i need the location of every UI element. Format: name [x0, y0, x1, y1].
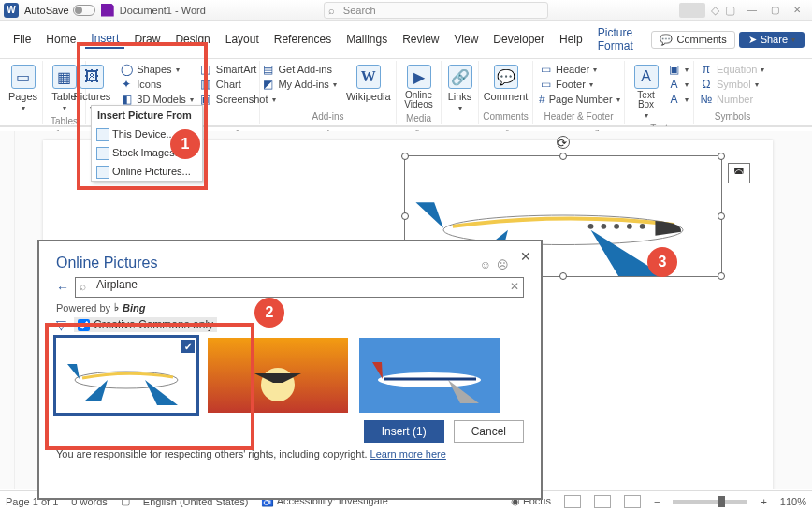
links-button[interactable]: 🔗Links▾: [444, 63, 476, 114]
search-input[interactable]: Search: [324, 2, 548, 19]
comment-icon: 💬: [494, 65, 518, 89]
smile-icon[interactable]: ☺: [480, 258, 491, 271]
tab-file[interactable]: File: [7, 31, 36, 48]
dialog-title: Online Pictures: [43, 245, 537, 275]
result-thumbnail-3[interactable]: [359, 338, 500, 413]
filter-icon[interactable]: ▽: [56, 317, 66, 332]
resize-handle[interactable]: [559, 153, 567, 160]
tab-layout[interactable]: Layout: [220, 31, 265, 48]
online-videos-button[interactable]: ▶Online Videos: [400, 63, 436, 111]
zoom-level[interactable]: 110%: [780, 496, 806, 507]
equation-button[interactable]: πEquation▾: [700, 63, 765, 76]
resize-handle[interactable]: [559, 272, 567, 280]
get-addins-button[interactable]: ▤Get Add-ins: [261, 63, 336, 76]
dialog-close-button[interactable]: ✕: [520, 249, 531, 264]
resize-handle[interactable]: [718, 272, 725, 280]
cloud-icon[interactable]: ▢: [725, 4, 735, 17]
creative-commons-checkbox[interactable]: Creative Commons only: [74, 317, 217, 332]
tab-review[interactable]: Review: [397, 31, 444, 48]
document-title: Document1 - Word: [120, 5, 206, 16]
shapes-button[interactable]: ◯Shapes▾: [120, 63, 194, 76]
dialog-search-input[interactable]: ⌕ Airplane ✕: [75, 277, 524, 298]
textbox-icon: A: [634, 65, 659, 89]
user-avatar[interactable]: [679, 3, 705, 18]
dialog-feedback[interactable]: ☺☹: [480, 258, 509, 271]
tab-references[interactable]: References: [268, 31, 337, 48]
vertical-ruler[interactable]: [0, 131, 15, 489]
view-web-icon[interactable]: [624, 495, 641, 508]
wordart-button[interactable]: A▾: [668, 78, 689, 91]
resize-handle[interactable]: [718, 153, 725, 160]
view-print-icon[interactable]: [564, 495, 581, 508]
3d-models-button[interactable]: ◧3D Models▾: [120, 93, 194, 106]
layout-options-button[interactable]: ◚: [728, 163, 750, 183]
cancel-button[interactable]: Cancel: [454, 420, 524, 443]
dropdown-online-pictures[interactable]: Online Pictures...: [92, 162, 202, 181]
rotate-handle-icon[interactable]: ⟳: [557, 136, 570, 149]
icons-icon: ✦: [120, 78, 133, 91]
svg-point-2: [601, 224, 606, 229]
pages-button[interactable]: ▭Pages▾: [5, 63, 41, 114]
powered-by-label: Powered by ♭Bing: [43, 299, 537, 315]
tab-view[interactable]: View: [449, 31, 485, 48]
minimize-button[interactable]: —: [741, 1, 763, 20]
resize-handle[interactable]: [718, 212, 725, 220]
autosave-toggle[interactable]: AutoSave: [24, 5, 95, 16]
wikipedia-button[interactable]: WWikipedia: [342, 63, 395, 104]
toggle-switch-icon[interactable]: [73, 5, 95, 16]
number-button[interactable]: №Number: [700, 93, 765, 106]
link-icon: 🔗: [448, 65, 472, 89]
tab-insert[interactable]: Insert: [85, 30, 124, 49]
step-badge-3: 3: [647, 247, 677, 277]
comments-button[interactable]: 💬Comments: [651, 31, 734, 49]
page-icon: ▭: [11, 65, 36, 89]
dropcap-button[interactable]: A▾: [668, 93, 689, 106]
zoom-in-icon[interactable]: +: [761, 496, 766, 507]
tab-draw[interactable]: Draw: [128, 31, 166, 48]
tab-mailings[interactable]: Mailings: [341, 31, 393, 48]
close-button[interactable]: ✕: [786, 1, 808, 20]
number-icon: №: [700, 93, 713, 106]
tab-help[interactable]: Help: [554, 31, 588, 48]
page-number-button[interactable]: #Page Number▾: [539, 93, 618, 106]
frown-icon[interactable]: ☹: [497, 258, 509, 271]
shapes-icon: ◯: [120, 63, 133, 76]
tab-design[interactable]: Design: [169, 31, 215, 48]
share-button[interactable]: ➤Share▾: [739, 32, 805, 48]
maximize-button[interactable]: ▢: [763, 1, 786, 20]
layout-icon: ◚: [733, 167, 745, 180]
resize-handle[interactable]: [401, 212, 409, 220]
svg-point-3: [614, 224, 619, 229]
header-button[interactable]: ▭Header▾: [539, 63, 618, 76]
my-addins-button[interactable]: ◩My Add-ins▾: [261, 78, 336, 91]
tab-home[interactable]: Home: [40, 31, 81, 48]
search-results: [43, 338, 537, 413]
result-thumbnail-1[interactable]: [56, 338, 196, 413]
insert-button[interactable]: Insert (1): [364, 420, 444, 443]
comment-button[interactable]: 💬Comment: [480, 63, 532, 104]
ribbon-display-icon[interactable]: ◇: [711, 4, 719, 17]
result-thumbnail-2[interactable]: [208, 338, 348, 413]
header-icon: ▭: [539, 63, 552, 76]
dropdown-header: Insert Picture From: [92, 106, 202, 124]
zoom-slider[interactable]: [673, 500, 747, 504]
text-box-button[interactable]: AText Box▾: [631, 63, 662, 122]
back-button[interactable]: ←: [56, 280, 69, 295]
zoom-out-icon[interactable]: −: [654, 496, 660, 507]
learn-more-link[interactable]: Learn more here: [370, 448, 446, 460]
save-icon[interactable]: [101, 4, 114, 17]
svg-point-9: [261, 368, 295, 402]
resize-handle[interactable]: [401, 153, 409, 160]
symbol-button[interactable]: ΩSymbol▾: [700, 78, 765, 91]
quickparts-button[interactable]: ▣▾: [668, 63, 689, 76]
icons-button[interactable]: ✦Icons: [120, 78, 194, 91]
group-addins: Add-ins: [312, 110, 344, 122]
footer-button[interactable]: ▭Footer▾: [539, 78, 618, 91]
cc-checkbox-input[interactable]: [78, 319, 90, 331]
group-tables: Tables: [51, 114, 78, 126]
clear-search-icon[interactable]: ✕: [510, 280, 519, 293]
tab-picture-format[interactable]: Picture Format: [592, 24, 645, 54]
step-badge-1: 1: [170, 129, 200, 159]
tab-developer[interactable]: Developer: [487, 31, 550, 48]
view-read-icon[interactable]: [594, 495, 611, 508]
